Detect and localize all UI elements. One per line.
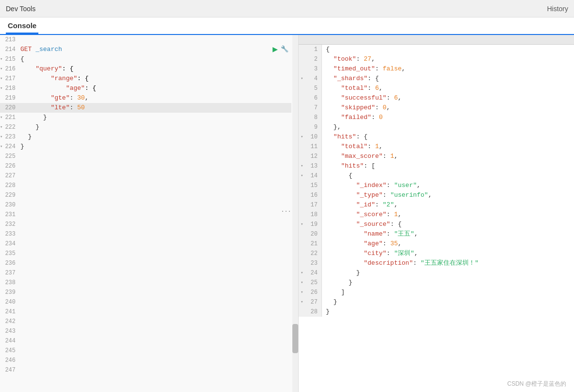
line-number: ▾215 (0, 54, 19, 64)
fold-arrow-icon[interactable]: ▾ (0, 132, 2, 142)
line-number: 237 (0, 268, 19, 278)
editor-line-219: 219 "gte": 30, (0, 93, 291, 103)
result-line-number: 21 (299, 239, 322, 249)
run-button[interactable]: ▶ (272, 45, 278, 54)
fold-arrow-icon[interactable]: ▾ (301, 161, 303, 171)
result-line-content: "skipped": 0, (322, 103, 574, 113)
result-line-5: 5 "total": 6, (299, 84, 574, 93)
fold-arrow-icon[interactable]: ▾ (0, 113, 2, 122)
fold-arrow-icon[interactable]: ▾ (301, 278, 303, 288)
result-line-content: "_id": "2", (322, 200, 574, 210)
result-line-content: "hits": [ (322, 161, 574, 171)
result-line-content: "total": 6, (322, 84, 574, 93)
editor-line-239: 239 (0, 288, 291, 297)
line-number: 232 (0, 220, 19, 229)
result-line-number: ▾4 (299, 74, 322, 84)
result-line-content: "total": 1, (322, 142, 574, 152)
editor-line-224: ▾224} (0, 142, 291, 152)
scrollbar-track[interactable] (292, 35, 298, 392)
line-number: ▾217 (0, 74, 19, 84)
result-line-number: 2 (299, 54, 322, 64)
line-number: 247 (0, 365, 19, 375)
line-content: } (19, 122, 291, 132)
result-line-number: 12 (299, 152, 322, 161)
result-line-content: "timed_out": false, (322, 64, 574, 74)
fold-arrow-icon[interactable]: ▾ (0, 64, 2, 74)
line-content: { (19, 54, 291, 64)
editor-line-238: 238 (0, 278, 291, 288)
result-line-number: ▾13 (299, 161, 322, 171)
line-number: 231 (0, 210, 19, 220)
fold-arrow-icon[interactable]: ▾ (301, 74, 303, 84)
result-line-14: ▾14 { (299, 171, 574, 181)
result-line-15: 15 "_index": "user", (299, 181, 574, 190)
result-line-8: 8 "failed": 0 (299, 113, 574, 122)
result-line-17: 17 "_id": "2", (299, 200, 574, 210)
editor-line-242: 242 (0, 317, 291, 326)
result-line-number: 6 (299, 93, 322, 103)
result-line-21: 21 "age": 35, (299, 239, 574, 249)
result-line-13: ▾13 "hits": [ (299, 161, 574, 171)
line-number: 213 (0, 35, 19, 45)
fold-arrow-icon[interactable]: ▾ (0, 54, 2, 64)
line-number: 235 (0, 249, 19, 258)
result-line-content: "max_score": 1, (322, 152, 574, 161)
result-line-6: 6 "successful": 6, (299, 93, 574, 103)
fold-arrow-icon[interactable]: ▾ (301, 132, 303, 142)
editor-line-221: ▾221 } (0, 113, 291, 122)
fold-arrow-icon[interactable]: ▾ (0, 142, 2, 152)
fold-arrow-icon[interactable]: ▾ (0, 74, 2, 84)
line-number: 245 (0, 346, 19, 356)
fold-arrow-icon[interactable]: ▾ (301, 288, 303, 297)
result-line-content: "_score": 1, (322, 210, 574, 220)
editor-line-236: 236 (0, 258, 291, 268)
result-line-26: ▾26 ] (299, 288, 574, 297)
result-line-content: "description": "王五家住在深圳！" (322, 258, 574, 268)
fold-arrow-icon[interactable]: ▾ (0, 84, 2, 93)
result-line-content: "_source": { (322, 220, 574, 229)
line-content: "gte": 30, (19, 93, 291, 103)
line-content: } (19, 142, 291, 152)
result-line-content: }, (322, 122, 574, 132)
fold-arrow-icon[interactable]: ▾ (301, 268, 303, 278)
drag-handle-dots: ⋮ (280, 206, 291, 217)
line-number: 220 (0, 103, 19, 113)
line-number: 234 (0, 239, 19, 249)
editor-line-246: 246 (0, 356, 291, 365)
wrench-icon[interactable]: 🔧 (281, 45, 288, 54)
app-title: Dev Tools (6, 5, 35, 13)
result-line-content: { (322, 171, 574, 181)
result-line-number: ▾26 (299, 288, 322, 297)
editor-line-213: 213 (0, 35, 291, 45)
result-line-number: 15 (299, 181, 322, 190)
editor-line-237: 237 (0, 268, 291, 278)
fold-arrow-icon[interactable]: ▾ (301, 297, 303, 307)
result-line-16: 16 "_type": "userinfo", (299, 190, 574, 200)
line-number: ▾224 (0, 142, 19, 152)
line-number: ▾218 (0, 84, 19, 93)
result-line-content: "city": "深圳", (322, 249, 574, 258)
result-line-number: 20 (299, 229, 322, 239)
http-method: GET (20, 46, 32, 53)
line-number: 230 (0, 200, 19, 210)
result-line-number: 7 (299, 103, 322, 113)
editor-line-220: 220 "lte": 50 (0, 103, 291, 113)
result-line-number: ▾14 (299, 171, 322, 181)
line-number: 229 (0, 190, 19, 200)
result-line-4: ▾4 "_shards": { (299, 74, 574, 84)
result-line-content: "hits": { (322, 132, 574, 142)
editor-line-234: 234 (0, 239, 291, 249)
result-line-content: "_index": "user", (322, 181, 574, 190)
editor-line-243: 243 (0, 326, 291, 336)
console-tab[interactable]: Console (6, 18, 38, 34)
result-line-1: 1{ (299, 45, 574, 54)
result-line-10: ▾10 "hits": { (299, 132, 574, 142)
fold-arrow-icon[interactable]: ▾ (301, 220, 303, 229)
line-number: ▾223 (0, 132, 19, 142)
scrollbar-thumb[interactable] (292, 324, 298, 353)
editor-area[interactable]: 213214GET _search▶🔧▾215{▾216 "query": {▾… (0, 35, 298, 392)
fold-arrow-icon[interactable]: ▾ (301, 171, 303, 181)
line-number: 228 (0, 181, 19, 190)
fold-arrow-icon[interactable]: ▾ (0, 122, 2, 132)
history-link[interactable]: History (547, 5, 568, 13)
